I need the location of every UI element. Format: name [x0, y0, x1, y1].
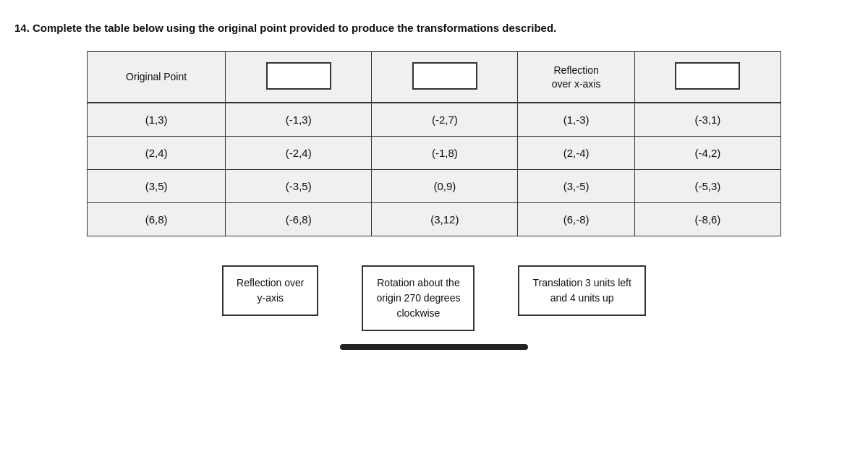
- page-content: 14. Complete the table below using the o…: [14, 22, 854, 350]
- header-box-col5: [675, 62, 740, 90]
- header-col5: [634, 52, 780, 103]
- cell-col3: (0,9): [372, 170, 518, 203]
- scrollbar-indicator[interactable]: [340, 344, 528, 350]
- cell-col5: (-3,1): [634, 103, 780, 137]
- cell-col3: (-2,7): [372, 103, 518, 137]
- header-col3: [372, 52, 518, 103]
- cell-col4: (3,-5): [518, 170, 634, 203]
- cell-col4: (6,-8): [518, 203, 634, 236]
- legend-box-3: Translation 3 units leftand 4 units up: [518, 265, 645, 316]
- cell-original: (2,4): [88, 137, 226, 170]
- table-row: (2,4)(-2,4)(-1,8)(2,-4)(-4,2): [88, 137, 781, 170]
- table-row: (1,3)(-1,3)(-2,7)(1,-3)(-3,1): [88, 103, 781, 137]
- legend-area: Reflection overy-axis Rotation about the…: [14, 265, 854, 331]
- cell-col5: (-8,6): [634, 203, 780, 236]
- table-row: (3,5)(-3,5)(0,9)(3,-5)(-5,3): [88, 170, 781, 203]
- cell-col3: (3,12): [372, 203, 518, 236]
- legend-box-1: Reflection overy-axis: [222, 265, 318, 316]
- cell-col2: (-2,4): [226, 137, 372, 170]
- cell-col2: (-1,3): [226, 103, 372, 137]
- header-box-col2: [266, 62, 331, 90]
- cell-col5: (-4,2): [634, 137, 780, 170]
- transformation-table: Original Point Reflectionover x-axis: [87, 51, 781, 236]
- question-title: 14. Complete the table below using the o…: [14, 22, 854, 34]
- cell-original: (3,5): [88, 170, 226, 203]
- cell-col2: (-3,5): [226, 170, 372, 203]
- cell-original: (1,3): [88, 103, 226, 137]
- header-original: Original Point: [88, 52, 226, 103]
- legend-box-2: Rotation about theorigin 270 degreescloc…: [362, 265, 475, 331]
- cell-original: (6,8): [88, 203, 226, 236]
- cell-col5: (-5,3): [634, 170, 780, 203]
- cell-col3: (-1,8): [372, 137, 518, 170]
- cell-col2: (-6,8): [226, 203, 372, 236]
- cell-col4: (2,-4): [518, 137, 634, 170]
- header-box-col3: [412, 62, 477, 90]
- table-container: Original Point Reflectionover x-axis: [87, 51, 781, 236]
- header-col2: [226, 52, 372, 103]
- header-col4: Reflectionover x-axis: [518, 52, 634, 103]
- cell-col4: (1,-3): [518, 103, 634, 137]
- table-row: (6,8)(-6,8)(3,12)(6,-8)(-8,6): [88, 203, 781, 236]
